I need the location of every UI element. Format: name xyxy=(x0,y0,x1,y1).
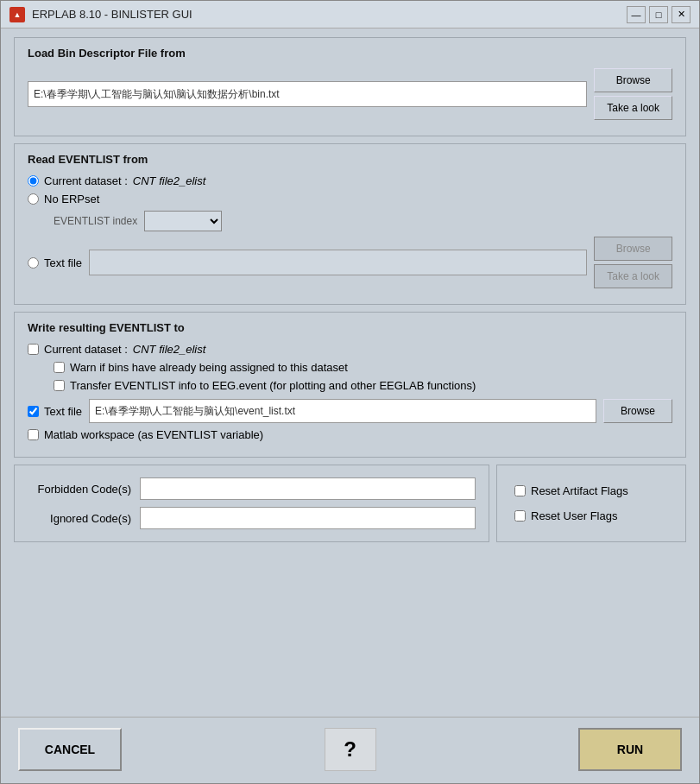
write-browse-button[interactable]: Browse xyxy=(603,399,672,423)
forbidden-codes-row: Forbidden Code(s) xyxy=(28,477,476,500)
write-text-file-checkbox-label[interactable]: Text file xyxy=(28,405,82,418)
window-title: ERPLAB 8.10 - BINLISTER GUI xyxy=(32,8,192,21)
read-browse-button[interactable]: Browse xyxy=(594,237,672,261)
maximize-button[interactable]: □ xyxy=(649,6,668,23)
write-options-indented: Warn if bins have already being assigned… xyxy=(54,361,672,392)
cancel-button[interactable]: CANCEL xyxy=(18,728,122,771)
write-warn-label: Warn if bins have already being assigned… xyxy=(70,361,348,374)
app-logo: ▲ xyxy=(9,7,25,22)
write-current-dataset-label: Current dataset : xyxy=(44,343,128,356)
codes-flags-pair: Forbidden Code(s) Ignored Code(s) Reset … xyxy=(14,465,686,542)
help-button[interactable]: ? xyxy=(325,728,376,771)
write-transfer-checkbox-label[interactable]: Transfer EVENTLIST info to EEG.event (fo… xyxy=(54,379,476,392)
write-current-dataset-row: Current dataset :CNT file2_elist xyxy=(28,343,672,356)
read-text-file-input[interactable] xyxy=(89,250,587,275)
read-current-dataset-label: Current dataset : xyxy=(44,174,128,187)
read-no-erpset-radio[interactable] xyxy=(28,193,39,205)
run-button[interactable]: RUN xyxy=(578,728,682,771)
eventlist-index-dropdown[interactable] xyxy=(144,211,222,231)
read-text-file-row: Text file Browse Take a look xyxy=(28,237,672,288)
read-text-file-label: Text file xyxy=(44,256,82,269)
logo-text: ▲ xyxy=(14,10,22,19)
write-section: Write resulting EVENTLIST to Current dat… xyxy=(14,312,686,458)
write-section-title: Write resulting EVENTLIST to xyxy=(28,321,672,334)
window-controls: — □ ✕ xyxy=(627,6,691,23)
load-section: Load Bin Descriptor File from E:\春季学期\人工… xyxy=(14,37,686,136)
read-no-erpset-label: No ERPset xyxy=(44,193,99,205)
write-warn-checkbox[interactable] xyxy=(54,362,65,373)
reset-artifact-checkbox[interactable] xyxy=(514,485,526,496)
write-transfer-checkbox[interactable] xyxy=(54,380,65,391)
write-current-dataset-value: CNT file2_elist xyxy=(133,343,206,356)
reset-user-checkbox-label[interactable]: Reset User Flags xyxy=(514,509,668,522)
load-btn-col: Browse Take a look xyxy=(594,68,672,120)
read-no-erpset-radio-label[interactable]: No ERPset xyxy=(28,193,99,205)
forbidden-codes-label: Forbidden Code(s) xyxy=(28,483,131,496)
read-text-file-radio-label[interactable]: Text file xyxy=(28,256,82,269)
load-file-row: E:\春季学期\人工智能与脑认知\脑认知数据分析\bin.txt Browse … xyxy=(28,68,672,120)
close-button[interactable]: ✕ xyxy=(672,6,691,23)
write-warn-row: Warn if bins have already being assigned… xyxy=(54,361,672,374)
title-bar-left: ▲ ERPLAB 8.10 - BINLISTER GUI xyxy=(9,7,192,22)
load-take-a-look-button[interactable]: Take a look xyxy=(594,96,672,120)
write-transfer-label: Transfer EVENTLIST info to EEG.event (fo… xyxy=(70,379,476,392)
minimize-button[interactable]: — xyxy=(627,6,646,23)
title-bar: ▲ ERPLAB 8.10 - BINLISTER GUI — □ ✕ xyxy=(1,1,699,28)
read-current-dataset-radio[interactable] xyxy=(28,175,39,187)
write-transfer-row: Transfer EVENTLIST info to EEG.event (fo… xyxy=(54,379,672,392)
eventlist-index-label: EVENTLIST index xyxy=(54,215,137,227)
read-current-dataset-row: Current dataset :CNT file2_elist xyxy=(28,174,672,187)
write-matlab-checkbox[interactable] xyxy=(28,429,39,440)
main-content: Load Bin Descriptor File from E:\春季学期\人工… xyxy=(1,28,699,717)
read-current-dataset-radio-label[interactable]: Current dataset :CNT file2_elist xyxy=(28,174,205,187)
codes-section: Forbidden Code(s) Ignored Code(s) xyxy=(14,465,489,542)
read-no-erpset-row: No ERPset xyxy=(28,193,672,205)
eventlist-index-row: EVENTLIST index xyxy=(54,211,672,231)
write-warn-checkbox-label[interactable]: Warn if bins have already being assigned… xyxy=(54,361,348,374)
write-text-file-label: Text file xyxy=(44,405,82,418)
ignored-codes-input[interactable] xyxy=(140,507,476,529)
read-text-file-radio[interactable] xyxy=(28,257,39,269)
reset-user-label: Reset User Flags xyxy=(531,509,617,522)
read-take-a-look-button[interactable]: Take a look xyxy=(594,264,672,288)
ignored-codes-row: Ignored Code(s) xyxy=(28,507,476,529)
reset-artifact-checkbox-label[interactable]: Reset Artifact Flags xyxy=(514,484,668,497)
write-text-file-row: Text file E:\春季学期\人工智能与脑认知\event_list.tx… xyxy=(28,399,672,423)
write-text-file-input[interactable]: E:\春季学期\人工智能与脑认知\event_list.txt xyxy=(89,399,596,423)
reset-user-checkbox[interactable] xyxy=(514,510,526,522)
load-browse-button[interactable]: Browse xyxy=(594,68,672,92)
bottom-bar: CANCEL ? RUN xyxy=(1,717,699,783)
write-text-file-checkbox[interactable] xyxy=(28,406,39,417)
write-current-dataset-checkbox[interactable] xyxy=(28,344,39,355)
ignored-codes-label: Ignored Code(s) xyxy=(28,512,131,525)
read-btn-col: Browse Take a look xyxy=(594,237,672,288)
flags-section: Reset Artifact Flags Reset User Flags xyxy=(496,465,686,542)
write-matlab-label: Matlab workspace (as EVENTLIST variable) xyxy=(44,428,263,441)
write-current-dataset-checkbox-label[interactable]: Current dataset :CNT file2_elist xyxy=(28,343,205,356)
load-file-path[interactable]: E:\春季学期\人工智能与脑认知\脑认知数据分析\bin.txt xyxy=(28,81,587,107)
reset-artifact-label: Reset Artifact Flags xyxy=(531,484,628,497)
main-window: ▲ ERPLAB 8.10 - BINLISTER GUI — □ ✕ Load… xyxy=(0,0,700,784)
read-current-dataset-value: CNT file2_elist xyxy=(133,174,206,187)
load-section-title: Load Bin Descriptor File from xyxy=(28,47,672,60)
read-section-title: Read EVENTLIST from xyxy=(28,153,672,166)
write-matlab-row: Matlab workspace (as EVENTLIST variable) xyxy=(28,428,672,441)
read-section: Read EVENTLIST from Current dataset :CNT… xyxy=(14,143,686,305)
forbidden-codes-input[interactable] xyxy=(140,477,476,500)
write-matlab-checkbox-label[interactable]: Matlab workspace (as EVENTLIST variable) xyxy=(28,428,263,441)
